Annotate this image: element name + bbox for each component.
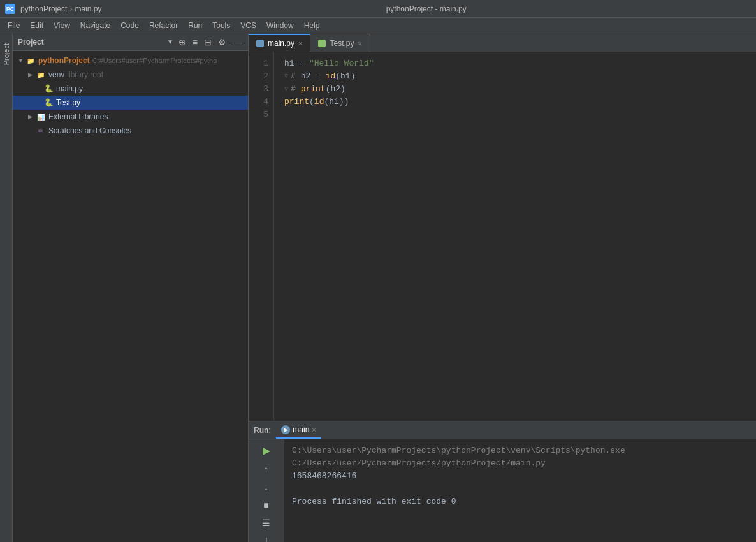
tree-root-project[interactable]: ▼ 📁 pythonProject C:#Users#user#PycharmP… — [13, 54, 248, 68]
code-line-2: ▽ # h2 = id (h1) — [284, 70, 756, 83]
run-panel-header: Run: ▶ main × — [249, 421, 756, 439]
tree-venv-arrow: ▶ — [28, 71, 36, 78]
breadcrumb-sep: › — [69, 4, 72, 13]
file-tree: ▼ 📁 pythonProject C:#Users#user#PycharmP… — [13, 51, 248, 542]
menu-item-navigate[interactable]: Navigate — [75, 18, 115, 33]
run-content-area: ▶ ↑ ↓ ■ ☰ ⤓ ⊡ ⎙ 📌 C:\Users\user\PycharmP… — [249, 439, 756, 542]
code-content[interactable]: h1 = "Hello World" ▽ # h2 = id (h1) ▽ # — [274, 52, 756, 421]
code-editor: 1 2 3 4 5 h1 = "Hello World" ▽ # h2 — [249, 52, 756, 421]
tab-main-py-label: main.py — [268, 39, 294, 48]
panel-filter-icon[interactable]: ⊟ — [203, 36, 213, 48]
code-token: h1 — [284, 57, 294, 70]
tab-main-py-close[interactable]: × — [298, 40, 302, 47]
panel-settings-icon[interactable]: ⚙ — [217, 36, 228, 48]
panel-list-icon[interactable]: ≡ — [191, 36, 199, 48]
menu-item-tools[interactable]: Tools — [207, 18, 235, 33]
run-stop-button[interactable]: ■ — [261, 497, 271, 513]
menu-item-code[interactable]: Code — [115, 18, 144, 33]
run-tab-close[interactable]: × — [312, 426, 316, 434]
code-token: h2 — [301, 70, 311, 83]
run-toolbar: ▶ ↑ ↓ ■ ☰ ⤓ ⊡ ⎙ 📌 — [249, 439, 284, 542]
tree-ext-libs-arrow: ▶ — [28, 114, 36, 120]
tree-venv[interactable]: ▶ 📁 venv library root — [13, 68, 248, 82]
tree-main-py-label: main.py — [56, 84, 83, 93]
run-tab-label: main — [293, 425, 309, 434]
fold-btn-3[interactable]: ▽ — [284, 83, 288, 96]
menu-item-run[interactable]: Run — [183, 18, 207, 33]
tab-main-py-icon — [256, 40, 264, 47]
tree-root-path: C:#Users#user#PycharmProjects#pytho — [92, 57, 217, 64]
tree-root-arrow: ▼ — [18, 57, 25, 64]
tab-test-py-label: Test.py — [330, 39, 354, 48]
project-panel-title: Project — [18, 38, 163, 47]
tree-test-py[interactable]: ▶ 🐍 Test.py — [13, 96, 248, 110]
tree-scratches-icon: ✏ — [36, 126, 46, 136]
run-output-line-4: Process finished with exit code 0 — [292, 495, 748, 508]
run-down-button[interactable]: ↓ — [261, 480, 271, 495]
fold-btn-2[interactable]: ▽ — [284, 70, 288, 83]
menu-item-file[interactable]: File — [3, 18, 25, 33]
window-title: pythonProject - main.py — [101, 4, 751, 13]
tree-scratches[interactable]: ▶ ✏ Scratches and Consoles — [13, 124, 248, 138]
code-token: id — [314, 96, 324, 108]
code-line-5 — [284, 108, 756, 121]
code-line-1: h1 = "Hello World" — [284, 57, 756, 70]
project-panel-header: Project ▼ ⊕ ≡ ⊟ ⚙ — — [13, 33, 248, 51]
sidebar-project-tab[interactable]: Project — [1, 38, 11, 70]
tree-ext-libs[interactable]: ▶ 📊 External Libraries — [13, 110, 248, 124]
line-numbers: 1 2 3 4 5 — [249, 52, 274, 421]
line-num-2: 2 — [249, 70, 273, 83]
tree-scratches-label: Scratches and Consoles — [48, 126, 131, 135]
breadcrumb-project: pythonProject — [20, 4, 67, 13]
code-token: id — [326, 70, 336, 83]
code-token: (h2) — [326, 83, 345, 96]
editor-area: main.py × Test.py × 1 2 3 4 5 — [249, 33, 756, 542]
run-panel: Run: ▶ main × ▶ ↑ ↓ ■ ☰ ⤓ ⊡ ⎙ — [249, 421, 756, 542]
menu-item-help[interactable]: Help — [299, 18, 325, 33]
tab-main-py[interactable]: main.py × — [249, 34, 310, 52]
menu-item-window[interactable]: Window — [261, 18, 299, 33]
run-output-line-2: 1658468266416 — [292, 470, 748, 483]
line-num-5: 5 — [249, 108, 273, 121]
tree-venv-sublabel: library root — [67, 70, 103, 79]
line-num-4: 4 — [249, 96, 273, 108]
code-token: = — [310, 70, 325, 83]
panel-collapse-icon[interactable]: — — [231, 36, 243, 48]
run-up-button[interactable]: ↑ — [261, 462, 271, 477]
code-token: (h1)) — [324, 96, 349, 108]
menu-item-edit[interactable]: Edit — [25, 18, 48, 33]
run-output-line-1: C:\Users\user\PycharmProjects\pythonProj… — [292, 444, 748, 470]
menu-item-vcs[interactable]: VCS — [235, 18, 261, 33]
main-area: Project Project ▼ ⊕ ≡ ⊟ ⚙ — ▼ 📁 pythonPr… — [0, 33, 756, 542]
run-scroll-down-button[interactable]: ⤓ — [260, 533, 273, 542]
run-label: Run: — [254, 426, 271, 435]
tab-test-py[interactable]: Test.py × — [310, 34, 370, 52]
run-tab-icon: ▶ — [281, 425, 290, 434]
tab-test-py-close[interactable]: × — [358, 40, 361, 47]
tree-test-py-icon: 🐍 — [43, 98, 54, 108]
left-sidebar: Project — [0, 33, 13, 542]
tree-main-py[interactable]: ▶ 🐍 main.py — [13, 82, 248, 96]
menu-bar: FileEditViewNavigateCodeRefactorRunTools… — [0, 18, 756, 33]
run-filter-button[interactable]: ☰ — [259, 515, 273, 531]
tree-venv-icon: 📁 — [36, 70, 46, 80]
tree-ext-libs-label: External Libraries — [48, 112, 108, 121]
code-token: print — [301, 83, 326, 96]
panel-add-icon[interactable]: ⊕ — [177, 36, 187, 48]
run-tab-main[interactable]: ▶ main × — [276, 421, 321, 439]
menu-item-view[interactable]: View — [48, 18, 75, 33]
run-output-line-3 — [292, 483, 748, 495]
breadcrumb-file: main.py — [75, 4, 101, 13]
code-token: ( — [309, 96, 314, 108]
tree-root-label: pythonProject — [38, 56, 90, 65]
code-token: # — [291, 83, 301, 96]
code-token: = — [294, 57, 309, 70]
menu-item-refactor[interactable]: Refactor — [144, 18, 183, 33]
run-play-button[interactable]: ▶ — [260, 442, 273, 459]
code-token: "Hello World" — [309, 57, 374, 70]
title-bar: PC pythonProject › main.py pythonProject… — [0, 0, 756, 18]
project-panel-dropdown[interactable]: ▼ — [167, 38, 173, 45]
line-num-1: 1 — [249, 57, 273, 70]
tree-venv-label: venv — [48, 70, 64, 79]
project-panel: Project ▼ ⊕ ≡ ⊟ ⚙ — ▼ 📁 pythonProject C:… — [13, 33, 249, 542]
